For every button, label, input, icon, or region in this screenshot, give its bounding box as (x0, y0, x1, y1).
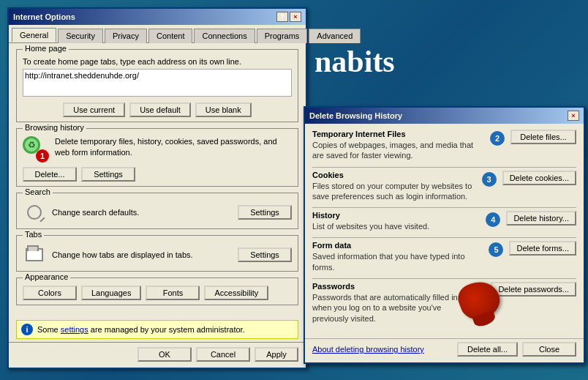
colors-button[interactable]: Colors (23, 286, 77, 300)
home-page-input[interactable]: http://intranet.sheddenuhde.org/ (23, 69, 292, 97)
cookies-badge: 3 (482, 172, 497, 187)
delete-cookies-button[interactable]: Delete cookies... (502, 171, 576, 185)
browsing-history-label: Browsing history (23, 123, 86, 132)
delete-history-button[interactable]: Delete history... (506, 211, 576, 226)
delete-dialog-bottom: About deleting browsing history Delete a… (305, 338, 584, 362)
ie-dialog-titlebar: Internet Options ? × (9, 9, 306, 25)
passwords-section: Passwords Passwords that are automatical… (312, 282, 576, 324)
passwords-title: Passwords (312, 282, 464, 291)
home-page-description: To create home page tabs, type each addr… (23, 57, 292, 66)
bh-badge: 1 (36, 149, 49, 163)
divider-4 (312, 278, 576, 279)
delete-forms-button[interactable]: Delete forms... (509, 241, 576, 256)
tab-connections[interactable]: Connections (194, 29, 255, 43)
glove-shape (454, 276, 505, 324)
about-deleting-link[interactable]: About deleting browsing history (312, 345, 424, 354)
delete-titlebar-buttons: × (568, 111, 579, 121)
divider-1 (312, 167, 576, 168)
tab-privacy[interactable]: Privacy (105, 29, 147, 43)
tab-programs[interactable]: Programs (257, 29, 308, 43)
home-page-buttons: Use current Use default Use blank (23, 103, 292, 117)
accessibility-button[interactable]: Accessibility (204, 286, 268, 300)
form-data-section: Form data Saved information that you hav… (312, 241, 576, 272)
settings-link[interactable]: settings (61, 325, 88, 334)
delete-dialog-title: Delete Browsing History (309, 111, 402, 120)
temp-files-title: Temporary Internet Files (312, 130, 484, 138)
dialog-bottom: OK Cancel Apply (9, 342, 306, 368)
languages-button[interactable]: Languages (81, 286, 141, 300)
search-settings-button[interactable]: Settings (238, 205, 292, 220)
history-section: History List of websites you have visite… (312, 211, 576, 231)
ie-options-dialog: Internet Options ? × General Security Pr… (7, 7, 307, 369)
home-page-inner: To create home page tabs, type each addr… (23, 57, 292, 117)
history-badge: 4 (486, 212, 500, 227)
tab-security[interactable]: Security (58, 29, 103, 43)
use-current-button[interactable]: Use current (63, 103, 125, 117)
use-blank-button[interactable]: Use blank (195, 103, 252, 117)
dialog-content: Home page To create home page tabs, type… (9, 43, 306, 317)
delete-content: Temporary Internet Files Copies of webpa… (305, 124, 584, 335)
form-data-text: Form data Saved information that you hav… (312, 241, 483, 272)
ok-button[interactable]: OK (137, 347, 192, 362)
cancel-button[interactable]: Cancel (196, 347, 250, 362)
tab-advanced[interactable]: Advanced (309, 29, 361, 43)
tabs-section-group: Tabs Change how tabs are displayed in ta… (16, 235, 298, 272)
history-title: History (312, 211, 480, 220)
recycle-symbol: ♻ (28, 140, 36, 150)
delete-files-button[interactable]: Delete files... (510, 130, 576, 144)
passwords-text: Passwords Passwords that are automatical… (312, 282, 464, 324)
background-title: nabits (314, 44, 395, 79)
search-description: Change search defaults. (52, 208, 232, 217)
help-button[interactable]: ? (276, 12, 288, 22)
delete-all-button[interactable]: Delete all... (457, 342, 518, 357)
browsing-history-group: Browsing history ♻ 1 Delete temporary fi… (16, 128, 298, 187)
home-page-group: Home page To create home page tabs, type… (16, 49, 298, 122)
tabs-container: General Security Privacy Content Connect… (9, 25, 306, 43)
divider-2 (312, 207, 576, 208)
search-group: Search Change search defaults. Settings (16, 193, 298, 229)
cookies-section: Cookies Files stored on your computer by… (312, 171, 576, 202)
history-text: History List of websites you have visite… (312, 211, 480, 231)
delete-close-button[interactable]: × (568, 111, 579, 121)
tabs-section-inner: Change how tabs are displayed in tabs. S… (23, 243, 292, 267)
delete-button[interactable]: Delete... (23, 167, 77, 182)
browsing-history-inner: ♻ 1 Delete temporary files, history, coo… (23, 136, 292, 182)
boxing-glove-decoration (459, 282, 503, 326)
delete-browsing-history-dialog: Delete Browsing History × Temporary Inte… (304, 106, 585, 364)
form-data-title: Form data (312, 241, 483, 250)
search-icon (27, 205, 42, 220)
form-data-desc: Saved information that you have typed in… (312, 251, 483, 272)
appearance-buttons: Colors Languages Fonts Accessibility (23, 286, 292, 300)
form-data-badge: 5 (489, 242, 503, 257)
appearance-group: Appearance Colors Languages Fonts Access… (16, 277, 298, 305)
search-icon-wrap (23, 201, 46, 224)
temp-files-text: Temporary Internet Files Copies of webpa… (312, 130, 484, 161)
bh-settings-button[interactable]: Settings (81, 167, 135, 182)
tabs-description: Change how tabs are displayed in tabs. (52, 250, 232, 259)
history-desc: List of websites you have visited. (312, 221, 480, 231)
passwords-desc: Passwords that are automatically filled … (312, 292, 464, 324)
close-dialog-button[interactable]: Close (522, 342, 576, 357)
delete-passwords-button[interactable]: Delete passwords... (491, 282, 576, 297)
cookies-desc: Files stored on your computer by website… (312, 181, 476, 202)
browser-tabs-icon (26, 248, 43, 261)
tabs-settings-button[interactable]: Settings (238, 247, 292, 262)
search-inner: Change search defaults. Settings (23, 201, 292, 224)
use-default-button[interactable]: Use default (129, 103, 191, 117)
delete-dialog-titlebar: Delete Browsing History × (305, 108, 584, 124)
close-button[interactable]: × (290, 12, 301, 22)
tabs-section-icon (23, 243, 46, 267)
info-bar: i Some settings are managed by your syst… (16, 320, 298, 339)
search-label: Search (23, 187, 53, 196)
cookies-title: Cookies (312, 171, 476, 179)
bh-description: Delete temporary files, history, cookies… (55, 136, 292, 159)
info-icon: i (21, 324, 33, 335)
ie-dialog-title: Internet Options (13, 12, 75, 21)
tab-general[interactable]: General (12, 28, 56, 42)
fonts-button[interactable]: Fonts (146, 286, 200, 300)
info-text: Some settings are managed by your system… (37, 325, 245, 334)
bh-buttons: Delete... Settings (23, 167, 292, 182)
apply-button[interactable]: Apply (255, 347, 298, 362)
tab-content[interactable]: Content (148, 29, 193, 43)
info-text-suffix: are managed by your system administrator… (88, 325, 245, 334)
